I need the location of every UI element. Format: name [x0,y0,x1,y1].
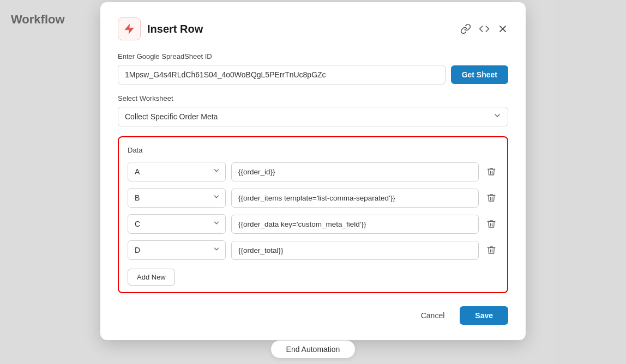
cancel-button[interactable]: Cancel [412,306,454,325]
data-row: A [128,162,498,181]
col-d-select-wrapper: D [128,240,226,260]
col-c-select[interactable]: C [128,214,226,234]
delete-c-button[interactable] [484,217,498,231]
get-sheet-button[interactable]: Get Sheet [451,65,508,84]
data-row: B [128,188,498,208]
worksheet-select[interactable]: Collect Specific Order Meta [118,107,508,126]
svg-marker-0 [125,24,134,34]
value-a-input[interactable] [231,162,479,181]
delete-d-button[interactable] [484,243,498,257]
value-c-input[interactable] [231,215,479,234]
close-button[interactable] [497,23,508,34]
modal-footer: Cancel Save [118,304,508,325]
data-section: Data A [118,136,508,293]
worksheet-label: Select Worksheet [118,94,508,102]
value-b-input[interactable] [231,189,479,208]
col-a-select[interactable]: A [128,162,226,181]
link-icon[interactable] [460,23,471,34]
modal-actions [460,23,508,34]
data-section-label: Data [128,146,498,154]
data-row: C [128,214,498,234]
end-automation-bar: End Automation [0,340,626,364]
modal-header: Insert Row [118,17,508,40]
modal-overlay: Insert Row [0,0,626,364]
spreadsheet-input[interactable] [118,65,446,84]
modal: Insert Row [100,2,526,340]
col-c-select-wrapper: C [128,214,226,234]
data-row: D [128,240,498,260]
modal-title: Insert Row [147,23,460,35]
delete-b-button[interactable] [484,191,498,205]
worksheet-select-wrapper: Collect Specific Order Meta [118,107,508,126]
value-d-input[interactable] [231,241,479,260]
insert-row-icon [118,17,141,40]
delete-a-button[interactable] [484,165,498,179]
col-d-select[interactable]: D [128,240,226,260]
col-a-select-wrapper: A [128,162,226,181]
col-b-select[interactable]: B [128,188,226,208]
spreadsheet-label: Enter Google SpreadSheet ID [118,52,508,60]
save-button[interactable]: Save [460,306,508,325]
spreadsheet-row: Get Sheet [118,65,508,84]
col-b-select-wrapper: B [128,188,226,208]
add-new-button[interactable]: Add New [128,269,175,286]
code-icon[interactable] [479,23,490,34]
end-automation-button[interactable]: End Automation [270,340,356,359]
